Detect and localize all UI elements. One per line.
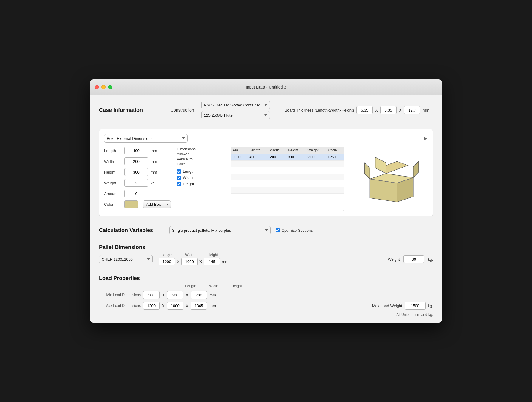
calc-vars-title: Calculation Variables (99, 227, 165, 234)
min-length-input[interactable] (143, 291, 160, 299)
width-input[interactable] (124, 157, 148, 165)
dim-allowed-title: Dimensions Allowed Vertical to Pallet (177, 147, 225, 167)
cb-height-label: Height (183, 182, 194, 186)
weight-input[interactable] (124, 179, 148, 187)
color-field-row: Color Add Box ▼ (104, 200, 171, 208)
min-x1: X (162, 293, 165, 297)
width-field-row: Width mm (104, 157, 171, 165)
divider-1 (99, 124, 433, 124)
optimize-label: Optimize Sections (282, 228, 313, 233)
load-headers: Length Width Height (183, 284, 433, 288)
pallet-x1: X (177, 259, 180, 264)
weight-label: Weight (104, 181, 122, 185)
pallet-row: CHEP 1200x1000 Length Width Height X (99, 253, 433, 265)
min-unit: mm (209, 293, 216, 297)
th-amount: Am... (231, 147, 248, 154)
cb-length-row: Length (177, 169, 225, 174)
thickness-unit: mm (423, 108, 429, 112)
length-label: Length (104, 149, 122, 153)
content-area: Case Information Construction RSC - Regu… (90, 95, 442, 323)
cb-length[interactable] (177, 169, 181, 174)
table-row-empty (231, 180, 344, 187)
flute-select[interactable]: 125-250#B Flute (201, 111, 270, 119)
calc-vars-select[interactable]: Single product pallets. Mix surplus (169, 226, 271, 234)
box-fields: Length mm Width mm Height mm (104, 147, 171, 211)
color-swatch[interactable] (124, 200, 138, 208)
pallet-height-input[interactable] (204, 258, 220, 265)
add-box-button[interactable]: Add Box ▼ (143, 200, 171, 208)
thickness-l-input[interactable] (356, 106, 373, 114)
add-box-arrow-icon: ▼ (164, 201, 171, 208)
table-row-empty (231, 194, 344, 200)
min-load-row: Min Load Dimensions X X mm (99, 291, 433, 299)
cb-width-label: Width (183, 175, 193, 180)
load-height-header: Height (228, 284, 245, 288)
pallet-width-header: Width (182, 253, 198, 257)
x-sep-2: X (399, 108, 402, 112)
close-button[interactable] (95, 85, 99, 89)
table-header-row: Am... Length Width Height Weight Code (231, 147, 344, 154)
divider-3 (99, 239, 433, 239)
svg-marker-3 (364, 163, 370, 179)
width-unit: mm (151, 159, 157, 164)
optimize-checkbox[interactable] (276, 228, 280, 232)
construction-select[interactable]: RSC - Regular Slotted Container (201, 101, 270, 109)
max-load-row: Max Load Dimensions X X mm Max Load Weig… (99, 302, 433, 310)
pallet-dims-headers: Length Width Height (159, 253, 230, 257)
main-window: Input Data - Untitled 3 Case Information… (90, 79, 442, 323)
cb-width[interactable] (177, 176, 181, 180)
th-weight: Weight (306, 147, 326, 154)
max-width-input[interactable] (167, 302, 183, 310)
pallet-weight-input[interactable] (403, 255, 424, 263)
amount-label: Amount (104, 191, 122, 196)
length-input[interactable] (124, 147, 148, 154)
pallet-width-input[interactable] (181, 258, 198, 265)
svg-marker-5 (413, 161, 419, 178)
pallet-section: Pallet Dimensions CHEP 1200x1000 Length … (99, 244, 433, 265)
cb-height[interactable] (177, 182, 181, 186)
pallet-length-input[interactable] (159, 258, 175, 265)
pallet-unit: mm. (222, 259, 229, 264)
th-code: Code (327, 147, 344, 154)
thickness-h-input[interactable] (404, 106, 420, 114)
dim-line4: Pallet (177, 162, 186, 166)
amount-input[interactable] (124, 190, 148, 197)
max-x2: X (186, 304, 188, 308)
weight-unit: kg. (151, 181, 156, 185)
expand-arrow-icon[interactable]: ▶ (423, 136, 428, 141)
pallet-select[interactable]: CHEP 1200x1000 (99, 255, 153, 263)
window-title: Input Data - Untitled 3 (246, 85, 286, 89)
min-height-input[interactable] (191, 291, 207, 299)
length-field-row: Length mm (104, 147, 171, 154)
th-length: Length (248, 147, 268, 154)
footer-note: All Units in mm and kg. (99, 313, 433, 317)
box-external-header: Box - External Dimensions ▶ (104, 134, 428, 143)
load-section: Load Properties Length Width Height Min … (99, 275, 433, 317)
dimensions-allowed: Dimensions Allowed Vertical to Pallet Le… (177, 147, 225, 211)
maximize-button[interactable] (108, 85, 112, 89)
box-table-container: Am... Length Width Height Weight Code 00… (231, 147, 344, 211)
pallet-weight-label: Weight (388, 257, 400, 262)
max-height-input[interactable] (191, 302, 207, 310)
amount-field-row: Amount (104, 190, 171, 197)
board-thickness-section: Board Thickness (LengthxWidthxHeight) X … (285, 106, 429, 114)
box-table: Am... Length Width Height Weight Code 00… (231, 147, 344, 200)
min-load-label: Min Load Dimensions (99, 293, 141, 297)
box-svg (359, 149, 419, 209)
thickness-w-input[interactable] (380, 106, 397, 114)
height-input[interactable] (124, 168, 148, 176)
cb-length-label: Length (183, 169, 195, 174)
case-info-row: Case Information Construction RSC - Regu… (99, 101, 433, 119)
table-row[interactable]: 00004002003002.00Box1 (231, 154, 344, 161)
max-length-input[interactable] (143, 302, 160, 310)
add-box-label: Add Box (143, 202, 164, 207)
pallet-dims-columns: Length Width Height X X mm. (156, 253, 230, 265)
max-weight-input[interactable] (405, 302, 426, 310)
color-label: Color (104, 202, 122, 207)
pallet-dims-inputs: X X mm. (159, 258, 230, 265)
box-external-select[interactable]: Box - External Dimensions (104, 134, 188, 143)
max-unit: mm (209, 304, 216, 308)
minimize-button[interactable] (101, 85, 106, 89)
min-width-input[interactable] (167, 291, 183, 299)
dim-line1: Dimensions (177, 147, 196, 151)
